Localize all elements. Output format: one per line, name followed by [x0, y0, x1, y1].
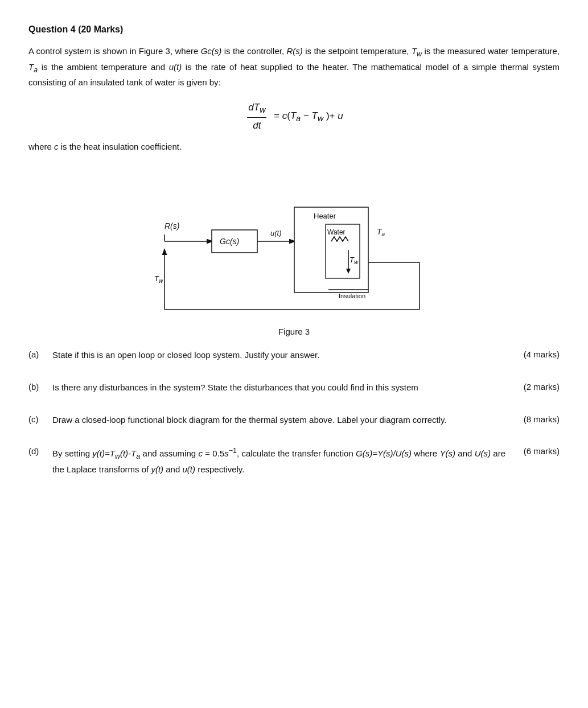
part-label-b: (b): [28, 381, 52, 394]
question-part-c: (c) Draw a closed-loop functional block …: [28, 413, 560, 427]
svg-text:Insulation: Insulation: [339, 293, 365, 299]
marks-a: (4 marks): [505, 348, 560, 361]
part-content-d: By setting y(t)=Tw(t)-Ta and assuming c …: [52, 445, 505, 476]
equation-block: dTw dt = c(Ta − Tw )+ u: [28, 100, 560, 133]
question-part-b: (b) Is there any disturbances in the sys…: [28, 381, 560, 395]
marks-b: (2 marks): [505, 381, 560, 394]
part-label-c: (c): [28, 413, 52, 426]
question-title: Question 4 (20 Marks): [28, 23, 560, 36]
figure-caption: Figure 3: [278, 326, 310, 339]
part-content-b: Is there any disturbances in the system?…: [52, 381, 505, 395]
question-part-d: (d) By setting y(t)=Tw(t)-Ta and assumin…: [28, 445, 560, 476]
marks-c: (8 marks): [505, 413, 560, 426]
part-label-a: (a): [28, 348, 52, 361]
block-diagram: R(s) Gc(s) u(t) Heater Water Tw Ta Insul: [118, 167, 471, 321]
svg-text:Ta: Ta: [377, 227, 385, 237]
svg-text:R(s): R(s): [165, 221, 179, 230]
figure-container: R(s) Gc(s) u(t) Heater Water Tw Ta Insul: [28, 167, 560, 339]
intro-text: A control system is shown in Figure 3, w…: [28, 44, 560, 90]
part-content-a: State if this is an open loop or closed …: [52, 348, 505, 363]
svg-text:Tw: Tw: [154, 274, 163, 284]
svg-text:Heater: Heater: [314, 212, 336, 220]
where-text: where c is the heat insulation coefficie…: [28, 141, 560, 154]
svg-text:u(t): u(t): [270, 229, 282, 237]
svg-text:Gc(s): Gc(s): [220, 237, 239, 246]
svg-text:Water: Water: [327, 228, 346, 236]
part-content-c: Draw a closed-loop functional block diag…: [52, 413, 505, 427]
question-part-a: (a) State if this is an open loop or clo…: [28, 348, 560, 363]
part-label-d: (d): [28, 445, 52, 458]
marks-d: (6 marks): [505, 445, 560, 458]
